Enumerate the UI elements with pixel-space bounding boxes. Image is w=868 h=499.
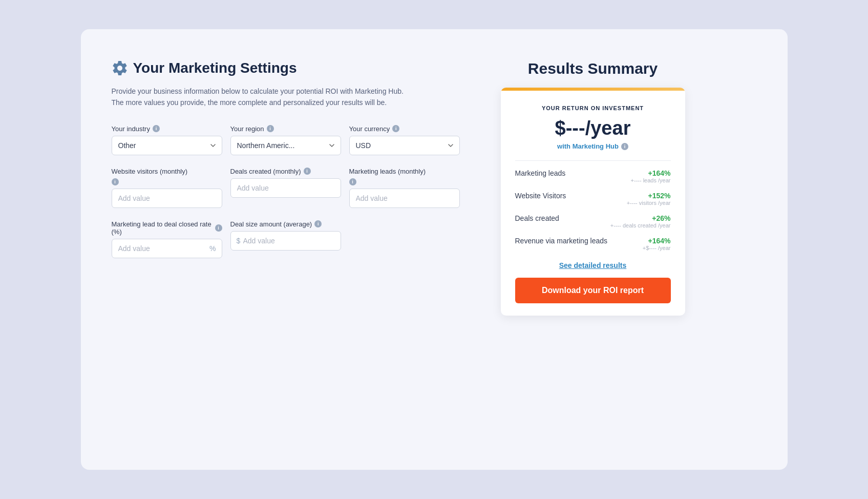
metric-sub-2: +---- deals created /year (610, 222, 671, 228)
industry-info-icon[interactable]: i (153, 125, 160, 132)
metric-value-3: +164% (643, 237, 671, 245)
currency-label: Your currency i (349, 125, 460, 133)
section-header: Your Marketing Settings (112, 60, 460, 76)
lead-to-deal-label: Marketing lead to deal closed rate (%) i (112, 220, 222, 236)
roi-label: YOUR RETURN ON INVESTMENT (515, 105, 671, 111)
lead-to-deal-info-icon[interactable]: i (215, 224, 222, 232)
dollar-prefix: $ (237, 237, 241, 245)
metric-row-1: Website Visitors +152% +---- visitors /y… (515, 192, 671, 206)
roi-info-icon[interactable]: i (621, 143, 628, 150)
metric-right-2: +26% +---- deals created /year (610, 214, 671, 228)
left-panel: Your Marketing Settings Provide your bus… (112, 60, 460, 271)
results-title: Results Summary (501, 60, 685, 77)
roi-subtitle: with Marketing Hub i (515, 142, 671, 150)
marketing-leads-sub: i (349, 178, 460, 185)
marketing-leads-info-icon[interactable]: i (349, 178, 356, 185)
dropdown-row: Your industry i Other Technology Healthc… (112, 125, 460, 155)
percent-suffix: % (209, 244, 216, 253)
metric-name-1: Website Visitors (515, 192, 566, 200)
industry-group: Your industry i Other Technology Healthc… (112, 125, 222, 155)
metric-right-1: +152% +---- visitors /year (627, 192, 671, 206)
lead-to-deal-group: Marketing lead to deal closed rate (%) i… (112, 220, 222, 258)
roi-value: $---/year (515, 117, 671, 139)
website-visitors-sub: i (112, 178, 222, 185)
website-visitors-group: Website visitors (monthly) i (112, 168, 222, 208)
gear-icon (112, 60, 128, 76)
industry-label: Your industry i (112, 125, 222, 133)
divider-1 (515, 160, 671, 161)
website-visitors-label: Website visitors (monthly) (112, 168, 222, 175)
section-title: Your Marketing Settings (133, 60, 297, 76)
lead-to-deal-input[interactable] (112, 239, 222, 258)
deal-size-input-wrapper: $ (230, 231, 341, 251)
deals-created-label: Deals created (monthly) i (230, 168, 341, 175)
currency-group: Your currency i USD EUR GBP (349, 125, 460, 155)
marketing-leads-label: Marketing leads (monthly) (349, 168, 460, 175)
deals-created-group: Deals created (monthly) i (230, 168, 341, 198)
deals-created-input[interactable] (230, 178, 341, 198)
website-visitors-info-icon[interactable]: i (112, 178, 119, 185)
metric-name-0: Marketing leads (515, 169, 566, 177)
results-card-body: YOUR RETURN ON INVESTMENT $---/year with… (501, 91, 685, 316)
deal-size-group: Deal size amount (average) i $ (230, 220, 341, 251)
rate-row: Marketing lead to deal closed rate (%) i… (112, 220, 460, 258)
metric-value-1: +152% (627, 192, 671, 200)
results-card: YOUR RETURN ON INVESTMENT $---/year with… (501, 88, 685, 316)
deal-size-input[interactable] (230, 231, 341, 251)
see-results-link[interactable]: See detailed results (515, 261, 671, 269)
region-label: Your region i (230, 125, 341, 133)
section-description: Provide your business information below … (112, 86, 409, 109)
metric-value-2: +26% (610, 214, 671, 222)
marketing-leads-input[interactable] (349, 189, 460, 208)
metric-value-0: +164% (631, 169, 671, 177)
metric-right-0: +164% +---- leads /year (631, 169, 671, 183)
currency-select[interactable]: USD EUR GBP (349, 136, 460, 155)
region-info-icon[interactable]: i (267, 125, 274, 132)
marketing-leads-group: Marketing leads (monthly) i (349, 168, 460, 208)
currency-info-icon[interactable]: i (392, 125, 399, 132)
right-panel: Results Summary YOUR RETURN ON INVESTMEN… (501, 60, 685, 316)
metric-sub-1: +---- visitors /year (627, 200, 671, 206)
deals-created-info-icon[interactable]: i (304, 168, 311, 175)
visitors-row: Website visitors (monthly) i Deals creat… (112, 168, 460, 208)
metric-name-3: Revenue via marketing leads (515, 237, 608, 245)
deal-size-info-icon[interactable]: i (314, 220, 322, 227)
metric-right-3: +164% +$---- /year (643, 237, 671, 251)
website-visitors-input[interactable] (112, 189, 222, 208)
metric-sub-3: +$---- /year (643, 245, 671, 251)
metric-row-2: Deals created +26% +---- deals created /… (515, 214, 671, 228)
region-select[interactable]: Northern Americ... Europe Asia Latin Ame… (230, 136, 341, 155)
metric-row-3: Revenue via marketing leads +164% +$----… (515, 237, 671, 251)
deal-size-label: Deal size amount (average) i (230, 220, 341, 228)
industry-select[interactable]: Other Technology Healthcare Finance Educ… (112, 136, 222, 155)
metric-name-2: Deals created (515, 214, 559, 222)
metric-row-0: Marketing leads +164% +---- leads /year (515, 169, 671, 183)
region-group: Your region i Northern Americ... Europe … (230, 125, 341, 155)
metric-sub-0: +---- leads /year (631, 177, 671, 183)
lead-to-deal-input-wrapper: % (112, 239, 222, 258)
download-roi-button[interactable]: Download your ROI report (515, 278, 671, 303)
page-container: Your Marketing Settings Provide your bus… (81, 29, 788, 470)
